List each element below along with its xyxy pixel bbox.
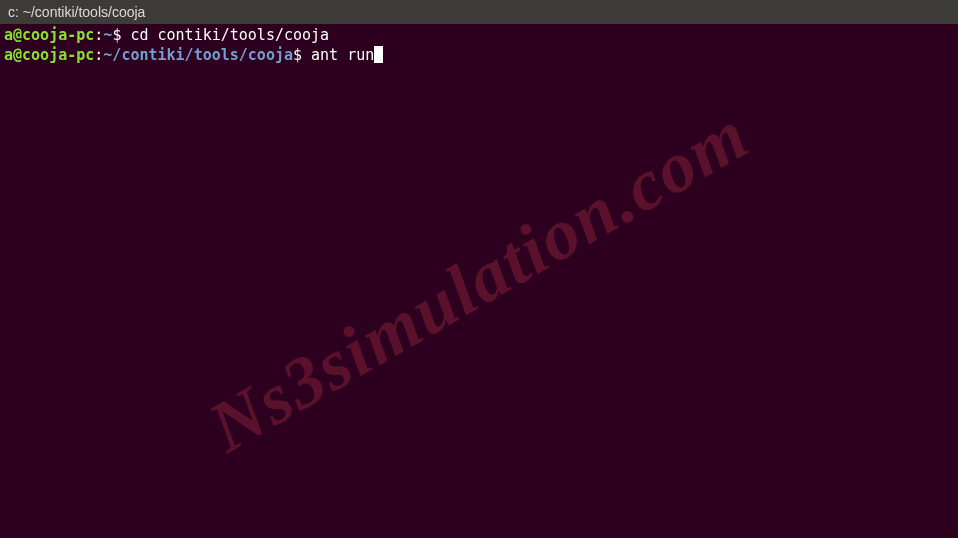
- prompt-dollar: $: [112, 26, 130, 46]
- terminal-body[interactable]: a@cooja-pc:~$ cd contiki/tools/cooja a@c…: [0, 24, 958, 538]
- terminal-line: a@cooja-pc:~$ cd contiki/tools/cooja: [4, 26, 954, 46]
- cursor-block: [374, 46, 383, 63]
- prompt-dollar: $: [293, 46, 311, 66]
- command-text: cd contiki/tools/cooja: [130, 26, 329, 46]
- command-text: ant run: [311, 46, 374, 66]
- window-title: c: ~/contiki/tools/cooja: [8, 4, 145, 20]
- terminal-line: a@cooja-pc:~/contiki/tools/cooja$ ant ru…: [4, 46, 954, 66]
- watermark-text: Ns3simulation.com: [195, 93, 763, 469]
- prompt-path: ~/contiki/tools/cooja: [103, 46, 293, 66]
- window-title-bar: c: ~/contiki/tools/cooja: [0, 0, 958, 24]
- prompt-colon: :: [94, 46, 103, 66]
- prompt-user-host: a@cooja-pc: [4, 26, 94, 46]
- prompt-colon: :: [94, 26, 103, 46]
- prompt-user-host: a@cooja-pc: [4, 46, 94, 66]
- prompt-path: ~: [103, 26, 112, 46]
